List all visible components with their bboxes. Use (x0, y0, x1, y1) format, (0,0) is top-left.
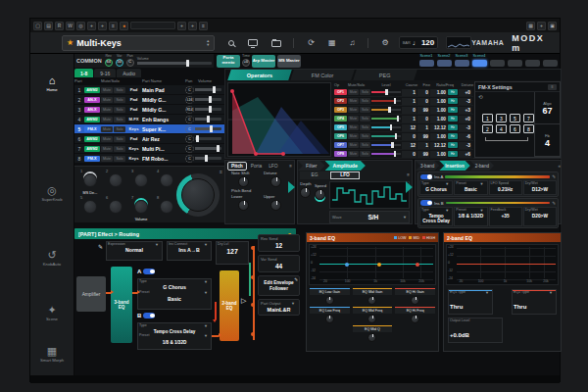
operator-spectrum-graph[interactable] (227, 82, 331, 157)
tab-3band[interactable]: 3-band (416, 161, 439, 171)
level-slider[interactable] (371, 109, 401, 111)
eq-mid-point[interactable] (377, 263, 381, 267)
pan-knob[interactable]: C (185, 155, 194, 163)
mute-button[interactable]: Mute (348, 107, 359, 113)
tab-parts-1-8[interactable]: 1-8 (74, 69, 93, 77)
scene-button-2[interactable] (437, 60, 452, 67)
ins-b-route-box[interactable]: Type▼Tempo Cross Delay Preset▼1/8 & 1/32… (137, 322, 212, 350)
3band-eq-block[interactable]: 3-band EQ (111, 267, 132, 343)
pan-knob[interactable]: PanC (126, 55, 134, 67)
level-slider[interactable] (371, 153, 401, 155)
assign-knob-7[interactable]: 7Volume (129, 195, 153, 221)
var-send-field[interactable]: Var Send44 (258, 255, 300, 272)
operator-row[interactable]: OP1MuteSolo101.00Hz+0 (334, 88, 473, 97)
operator-row[interactable]: OP4MuteSolo101.00Hz+0 (334, 115, 473, 123)
solo-button[interactable]: Solo (114, 156, 125, 162)
assign-knob-5[interactable]: 5 (78, 195, 102, 221)
mute-button[interactable]: Mute (348, 98, 359, 104)
window-mode-icon[interactable]: ▢ (33, 22, 42, 30)
level-slider[interactable] (371, 126, 401, 128)
scene-button-3[interactable] (455, 60, 469, 67)
pan-knob[interactable]: C (185, 135, 194, 143)
pan-knob[interactable]: L16 (185, 96, 194, 104)
assign-knob-8[interactable]: 8 (155, 195, 178, 221)
operator-row[interactable]: OP8MuteSolo0991.00Hz+6 (334, 150, 473, 159)
operator-row[interactable]: OP5MuteSolo12112.12Hz-3 (334, 123, 473, 132)
ins-a-route-toggle[interactable]: A (137, 269, 155, 274)
operator-row[interactable]: OP7MuteSolo12112.12Hz-3 (334, 141, 473, 150)
3band-eq-graph[interactable]: +24+120-12-24 201001k10k20k (309, 244, 436, 285)
pan-knob[interactable]: C (185, 145, 194, 153)
porta-time-knob[interactable]: Time+0 (242, 55, 250, 67)
common-volume-slider[interactable]: Volume (137, 57, 212, 65)
mute-button[interactable]: Mute (101, 87, 113, 93)
solo-button[interactable]: Solo (360, 151, 370, 157)
mute-button[interactable]: Mute (101, 117, 113, 122)
solo-button[interactable]: Solo (114, 136, 125, 142)
tab-lfo[interactable]: LFO (266, 163, 280, 170)
folder-icon[interactable] (271, 38, 281, 47)
volume-slider[interactable] (195, 157, 221, 160)
ins-a-preset[interactable]: Preset▼Basic (454, 180, 487, 195)
search-icon[interactable] (228, 40, 234, 46)
volume-slider[interactable] (195, 137, 221, 140)
mute-button[interactable]: Mute (101, 156, 113, 162)
part-row[interactable]: 7AWM2MuteSoloKeysMulti Pi...C (74, 144, 224, 153)
tab-2band[interactable]: 2-band (470, 161, 494, 171)
write-automation-button[interactable]: W (66, 22, 74, 30)
variation-send-knob[interactable]: Var50 (116, 55, 123, 67)
options-icon[interactable]: ≡ (199, 22, 208, 30)
solo-button[interactable]: Solo (360, 124, 370, 130)
part-row[interactable]: 2AN-XMuteSoloPadMildly G...L16 (74, 95, 224, 104)
2band-eq-graph[interactable]: +24+120-12-24 201001k10k20k (446, 244, 559, 285)
sync-icon[interactable]: ⟳ (308, 38, 315, 47)
pan-knob[interactable]: C (185, 125, 194, 133)
level-slider[interactable] (371, 100, 401, 102)
tempo-display[interactable]: BAR ♩ 120 (399, 36, 439, 49)
operator-row[interactable]: OP2MuteSolo101.00Hz-3 (334, 97, 473, 106)
nav-home[interactable]: ⌂ Home (30, 75, 74, 92)
part-output-select[interactable]: Part Output▼MainL&R (258, 299, 300, 316)
solo-button[interactable]: Solo (114, 126, 125, 132)
menu-icon[interactable]: ≡ (109, 22, 118, 30)
portamento-button[interactable]: Porta mento (217, 55, 240, 68)
volume-slider[interactable] (195, 98, 221, 101)
reverb-send-knob[interactable]: Rev64 (105, 55, 113, 67)
mute-button[interactable]: Mute (348, 151, 359, 157)
bend-upper-knob[interactable]: Upper (260, 194, 292, 211)
mute-button[interactable]: Mute (101, 97, 113, 103)
mute-button[interactable]: Mute (348, 116, 359, 122)
insert-icon[interactable]: + (98, 22, 107, 30)
super-knob[interactable] (176, 173, 220, 217)
tab-filter[interactable]: Filter (298, 161, 325, 171)
record-state-icon[interactable]: ● (120, 22, 128, 30)
algo-random-icon[interactable]: ⟲ (478, 94, 483, 100)
scene-button-6[interactable] (508, 60, 522, 67)
part-row[interactable]: 1AWM2MuteSoloPadMain PadC (74, 85, 224, 94)
solo-button[interactable]: Solo (114, 107, 125, 113)
nav-knobauto[interactable]: ↺ KnobAuto (30, 250, 74, 267)
tab-fm-color[interactable]: FM Color (290, 70, 355, 80)
ins-a-dry-wet[interactable]: Dry/WetD12>W (523, 180, 557, 195)
ins-collapse-icon[interactable]: « (558, 164, 561, 169)
prev-preset-icon[interactable]: + (177, 22, 186, 30)
scene-button-4[interactable] (472, 60, 487, 67)
algo-number[interactable]: Algo67 (535, 92, 560, 124)
tab-parts-9-16[interactable]: 9-16 (94, 69, 116, 77)
scene-button-1[interactable] (419, 60, 434, 67)
eq-mid-gain-knob[interactable]: EQ Mid Gain (353, 288, 393, 305)
eq-hi-gain-knob[interactable]: EQ Hi Gain (395, 288, 435, 305)
solo-button[interactable]: Solo (114, 87, 125, 93)
ins-b-type[interactable]: Type▼Tempo Cross Delay (419, 207, 453, 226)
bypass-icon[interactable]: ◎ (76, 22, 85, 30)
scene-button-8[interactable] (543, 60, 558, 67)
level-slider[interactable] (371, 135, 401, 137)
assign-knob-2[interactable]: 2 (104, 169, 127, 195)
assign-knob-4[interactable]: 4 (155, 169, 178, 195)
algorithm-diagram[interactable]: ⟲ 1357 2468 (475, 92, 534, 157)
ins-b-feedback[interactable]: Feedback+35 (489, 207, 522, 226)
tab-insertion[interactable]: Insertion (439, 161, 469, 171)
nav-scene[interactable]: ✦ Scene (30, 305, 74, 321)
ins-a-type[interactable]: Type▼G Chorus (419, 180, 453, 195)
ins-connect-select[interactable]: Ins Connect▼Ins A→B (167, 241, 212, 261)
